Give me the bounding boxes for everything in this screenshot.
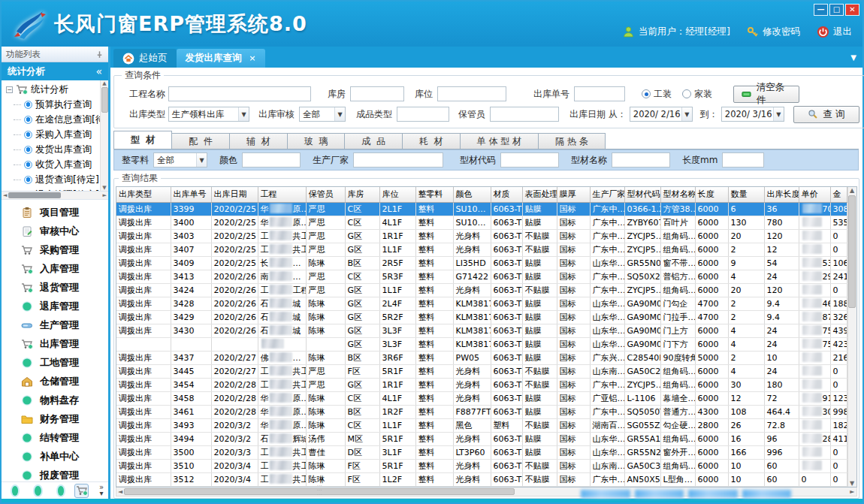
table-row[interactable]: 调拨出库34612020/2/28华原…陈琳B区1R2F整料F8877FT606… — [116, 405, 847, 418]
column-header[interactable]: 库位 — [379, 187, 415, 202]
material-tab[interactable]: 型 材 — [113, 131, 172, 149]
tree-item[interactable]: 发货出库查询 — [2, 142, 100, 157]
radio-jiazhuang[interactable]: 家装 — [682, 88, 712, 101]
profile-name-input[interactable] — [612, 152, 670, 167]
column-header[interactable]: 型材名称 — [660, 187, 695, 202]
table-row[interactable]: 调拨出库35102020/3/4工共工程陈琳F区5R1F整料光身料6063-T5… — [116, 459, 847, 472]
scroll-left-icon[interactable]: ◄ — [118, 488, 122, 495]
table-row[interactable]: 调拨出库34372020/2/27佛…陈琳B区3R6F整料PW056063-T5… — [116, 351, 847, 364]
column-header[interactable]: 生产厂家 — [590, 187, 624, 202]
stats-section-header[interactable]: 统计分析 « — [2, 62, 108, 80]
sidebar-menu-item[interactable]: 报废管理 — [2, 466, 108, 481]
table-row[interactable]: 调拨出库34002020/2/25华原…严思C区4L1F整料SU10…6063-… — [116, 216, 847, 229]
green-dot-icon[interactable] — [35, 486, 41, 496]
table-row[interactable]: 调拨出库34092020/2/25长…陈琳B区2R5F整料LI35HD6063-… — [116, 256, 847, 270]
material-tab[interactable]: 辅 材 — [229, 133, 288, 149]
green-dot-icon[interactable] — [58, 486, 64, 496]
keeper-input[interactable] — [490, 107, 559, 122]
clear-conditions-button[interactable]: 清空条件 — [733, 86, 799, 103]
material-tab[interactable]: 隔 热 条 — [538, 133, 606, 149]
scroll-up-icon[interactable]: ▲ — [102, 80, 106, 86]
sidebar-menu-item[interactable]: 生产管理 — [2, 315, 108, 334]
material-tab[interactable]: 玻 璃 — [287, 133, 346, 149]
scroll-down-icon[interactable]: ▼ — [102, 185, 106, 191]
column-header[interactable]: 膜厚 — [557, 187, 590, 202]
tree-item[interactable]: 在途信息查询[待定] — [2, 112, 100, 127]
scroll-up-icon[interactable]: ▲ — [850, 187, 854, 194]
scroll-left-icon[interactable]: ◄ — [3, 192, 7, 198]
scroll-right-icon[interactable]: ► — [103, 192, 107, 198]
sidebar-menu-item[interactable]: 入库管理 — [2, 259, 108, 278]
tree-item[interactable]: 收货入库查询 — [2, 157, 100, 172]
scroll-thumb[interactable] — [101, 87, 108, 113]
table-row[interactable]: 调拨出库35122020/3/4工共工程陈琳F区1L2F整料光身料6063-T5… — [116, 472, 847, 486]
radio-gongzhuang[interactable]: 工装 — [642, 88, 672, 101]
profile-code-input[interactable] — [500, 152, 559, 167]
column-header[interactable]: 表面处理 — [522, 187, 557, 202]
tab-home[interactable]: 起始页 — [113, 49, 177, 68]
table-row[interactable]: 调拨出库34242020/2/26工工程严思G区1L1F整料光身料6063-T5… — [116, 283, 847, 297]
scroll-thumb[interactable] — [124, 488, 515, 495]
table-row[interactable]: G区3L3F整料KLM38176063-T5贴膜国标山东华…GA90M09.门下… — [116, 337, 847, 351]
table-row[interactable]: 调拨出库34072020/2/25工共工程严思G区1L1F整料光身料6063-T… — [116, 243, 847, 256]
material-tab[interactable]: 单 体 型 材 — [460, 133, 539, 149]
column-header[interactable]: 保管员 — [306, 187, 345, 202]
project-name-input[interactable] — [168, 86, 311, 101]
sidebar-menu-item[interactable]: 补单中心 — [2, 447, 108, 466]
scroll-down-icon[interactable]: ▼ — [850, 480, 854, 487]
sidebar-menu-item[interactable]: 工地管理 — [2, 353, 108, 372]
tree-item[interactable]: 退库管理[待定] — [2, 187, 100, 191]
sidebar-menu-item[interactable]: 退货管理 — [2, 278, 108, 297]
sidebar-menu-item[interactable]: 审核中心 — [2, 222, 108, 240]
column-header[interactable]: 数量 — [728, 187, 764, 202]
search-button[interactable]: 查 询 — [793, 106, 859, 123]
tree-root[interactable]: − 统计分析 — [2, 82, 100, 97]
column-header[interactable]: 颜色 — [453, 187, 491, 202]
sidebar-menu-item[interactable]: 物料盘存 — [2, 391, 108, 409]
material-tab[interactable]: 配 件 — [171, 133, 230, 149]
change-password[interactable]: 修改密码 — [747, 26, 800, 38]
tree-item[interactable]: 退货查询[待定] — [2, 172, 100, 187]
tree-item[interactable]: 采购入库查询 — [2, 127, 100, 142]
column-header[interactable]: 出库类型 — [116, 187, 171, 202]
material-tab[interactable]: 成 品 — [344, 133, 403, 149]
product-type-input[interactable] — [397, 107, 449, 122]
column-header[interactable]: 出库日期 — [211, 187, 258, 202]
location-input[interactable] — [437, 86, 506, 101]
order-no-input[interactable] — [574, 86, 625, 101]
maximize-button[interactable]: □ — [829, 4, 844, 16]
material-tab[interactable]: 耗 材 — [402, 133, 461, 149]
table-row[interactable]: 调拨出库34302020/2/26石城陈琳G区3L3F整料KLM38176063… — [116, 324, 847, 337]
column-header[interactable]: 工程 — [258, 187, 306, 202]
table-row[interactable]: 调拨出库34942020/3/2石辉城汤伟M区5R1F整料光身料6063-T5贴… — [116, 432, 847, 445]
more-chevron-icon[interactable]: »▾ — [99, 484, 104, 496]
date-to-select[interactable]: 2020/ 3/16▼ — [721, 107, 784, 122]
tab-shipment-outbound-query[interactable]: 发货出库查询 × — [177, 49, 265, 68]
tree-vertical-scrollbar[interactable]: ▲ ▼ — [100, 80, 108, 191]
column-header[interactable]: 单价 — [799, 187, 830, 202]
table-row[interactable]: 调拨出库34932020/3/2华原…陈琳C区1L1F整料黑色塑料不贴膜国标湖南… — [116, 418, 847, 432]
sidebar-menu-item[interactable]: 财务管理 — [2, 409, 108, 428]
table-row[interactable]: 调拨出库35002020/3/3工共工程曹佳D区3L1F整料LT3P606063… — [116, 445, 847, 459]
sidebar-menu-item[interactable]: 仓储管理 — [2, 372, 108, 391]
warehouse-input[interactable] — [350, 86, 404, 101]
scroll-right-icon[interactable]: ► — [850, 488, 854, 495]
tab-overflow-arrow-icon[interactable]: ▼ — [850, 53, 856, 62]
outbound-type-select[interactable]: 生产领料出库▼ — [168, 107, 249, 122]
table-row[interactable]: 调拨出库34452020/2/27工共工程严思F区5R1F整料光身料6063-T… — [116, 364, 847, 378]
tree-horizontal-scrollbar[interactable]: ◄ ► — [2, 192, 108, 200]
color-input[interactable] — [242, 152, 301, 167]
table-row[interactable]: 调拨出库33992020/2/25华原…严思C区2L1F整料SU10…6063-… — [116, 202, 847, 216]
green-dot-icon[interactable] — [12, 486, 18, 496]
column-header[interactable]: 出库单号 — [171, 187, 211, 202]
sidebar-menu-item[interactable]: 结转管理 — [2, 428, 108, 447]
column-header[interactable]: 出库长度 — [764, 187, 799, 202]
column-header[interactable]: 库房 — [345, 187, 379, 202]
table-row[interactable]: 调拨出库34282020/2/26石城陈琳G区2L4F整料KLM38176063… — [116, 297, 847, 310]
whole-piece-select[interactable]: 全部▼ — [153, 152, 207, 167]
tree-item[interactable]: 预算执行查询 — [2, 97, 100, 112]
column-header[interactable]: 长度 — [695, 187, 728, 202]
table-row[interactable]: 调拨出库34582020/2/28华原…陈琳C区4L1F整料光身料6063-T5… — [116, 391, 847, 405]
logout[interactable]: 退出 — [817, 26, 852, 38]
close-button[interactable]: ✕ — [845, 4, 859, 16]
